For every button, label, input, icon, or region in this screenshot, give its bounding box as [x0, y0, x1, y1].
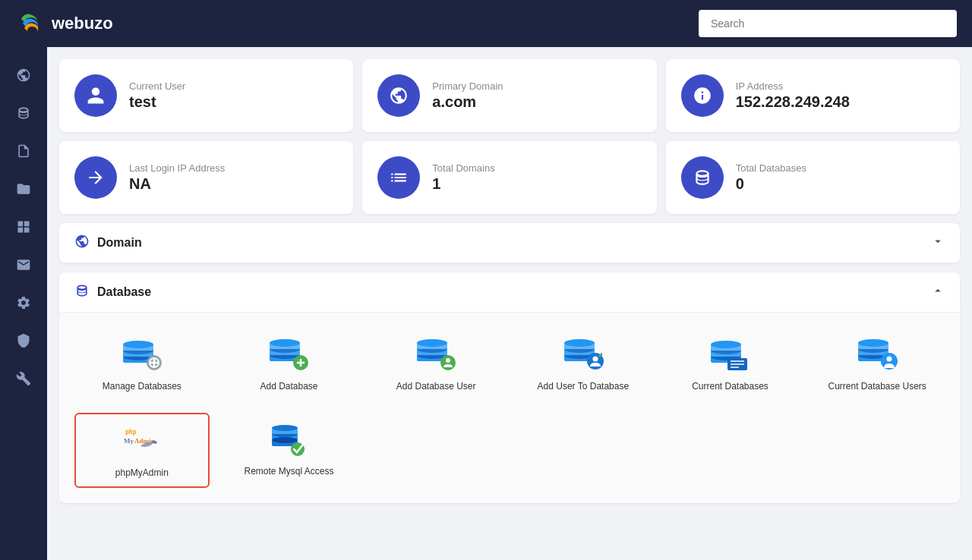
webuzo-logo-icon	[15, 8, 46, 39]
add-user-to-database-label: Add User To Database	[538, 381, 630, 393]
info-cards-row1: Current User test Primary Domain a.com	[59, 59, 960, 132]
domain-section-title: Domain	[97, 236, 142, 250]
card-value-totaldomains: 1	[432, 175, 494, 193]
db-item-manage-databases[interactable]: Manage Databases	[74, 328, 210, 401]
sidebar-item-database[interactable]	[8, 97, 39, 129]
domain-section-header[interactable]: Domain	[59, 223, 960, 263]
sidebar-item-folder[interactable]	[8, 173, 39, 205]
topbar: webuzo	[0, 0, 972, 47]
card-label-domain: Primary Domain	[432, 80, 503, 92]
card-current-user: Current User test	[59, 59, 353, 132]
database-items-row2: php My Admin phpMyAdmin	[74, 413, 945, 489]
remote-mysql-label: Remote Mysql Access	[244, 466, 333, 478]
card-label-lastlogin: Last Login IP Address	[129, 162, 225, 174]
database-section: Database	[59, 272, 960, 503]
card-text-user: Current User test	[129, 80, 185, 111]
sidebar-item-mail[interactable]	[8, 249, 39, 281]
database-section-body: Manage Databases	[59, 313, 960, 503]
database-section-title: Database	[97, 285, 151, 299]
card-ip-address: IP Address 152.228.249.248	[666, 59, 960, 132]
card-last-login: Last Login IP Address NA	[59, 141, 353, 214]
card-text-totaldomains: Total Domains 1	[432, 162, 494, 193]
sidebar-item-shield[interactable]	[8, 325, 39, 357]
domain-section: Domain	[59, 223, 960, 263]
current-database-users-icon	[854, 335, 900, 373]
current-databases-label: Current Databases	[692, 381, 768, 393]
phpmyadmin-label: phpMyAdmin	[115, 467, 169, 480]
card-value-totaldbs: 0	[736, 175, 806, 193]
svg-text:My: My	[124, 437, 134, 445]
sidebar-item-file[interactable]	[8, 135, 39, 167]
add-user-to-database-icon	[560, 335, 606, 373]
current-databases-icon	[707, 335, 753, 373]
card-primary-domain: Primary Domain a.com	[362, 59, 656, 132]
card-label-user: Current User	[129, 80, 185, 92]
sidebar-item-settings[interactable]	[8, 287, 39, 319]
svg-point-58	[272, 437, 298, 443]
card-value-user: test	[129, 93, 185, 111]
svg-point-29	[564, 339, 595, 347]
search-input[interactable]	[699, 10, 957, 37]
card-value-domain: a.com	[432, 93, 503, 111]
db-item-remote-mysql[interactable]: Remote Mysql Access	[222, 413, 357, 489]
sidebar-item-globe[interactable]	[8, 59, 39, 91]
svg-point-59	[291, 442, 305, 456]
db-item-phpmyadmin[interactable]: php My Admin phpMyAdmin	[74, 413, 210, 489]
card-label-totaldbs: Total Databases	[736, 162, 806, 174]
db-item-current-databases[interactable]: Current Databases	[663, 328, 798, 401]
svg-point-56	[272, 425, 298, 431]
card-total-databases: Total Databases 0	[666, 141, 960, 214]
sidebar	[0, 47, 47, 560]
domain-globe-icon	[74, 234, 90, 252]
database-chevron-icon	[931, 284, 945, 300]
db-card-icon	[681, 156, 724, 199]
database-header-left: Database	[74, 283, 151, 301]
info-cards-row2: Last Login IP Address NA Total Domains 1	[59, 141, 960, 214]
globe-card-icon	[377, 74, 420, 117]
card-label-totaldomains: Total Domains	[432, 162, 494, 174]
remote-mysql-icon	[266, 420, 311, 458]
logo-text: webuzo	[52, 14, 113, 33]
user-card-icon	[74, 74, 117, 117]
svg-text:php: php	[125, 429, 137, 436]
svg-point-21	[417, 339, 447, 347]
card-value-lastlogin: NA	[129, 175, 225, 193]
db-item-add-database[interactable]: Add Database	[222, 328, 357, 401]
logo-area: webuzo	[15, 8, 686, 39]
db-item-current-database-users[interactable]: Current Database Users	[809, 328, 945, 401]
domain-chevron-icon	[931, 234, 945, 251]
svg-point-49	[887, 357, 892, 362]
domain-header-left: Domain	[74, 234, 142, 252]
manage-databases-label: Manage Databases	[103, 381, 181, 393]
svg-point-37	[711, 341, 741, 348]
svg-point-47	[858, 339, 888, 347]
card-text-domain: Primary Domain a.com	[432, 80, 503, 111]
sidebar-item-wrench[interactable]	[8, 363, 39, 395]
database-items-row1: Manage Databases	[74, 328, 945, 401]
db-item-add-user-to-database[interactable]: Add User To Database	[516, 328, 651, 401]
database-section-header[interactable]: Database	[59, 272, 960, 313]
add-database-label: Add Database	[260, 381, 317, 393]
card-text-totaldbs: Total Databases 0	[736, 162, 806, 193]
arrow-card-icon	[74, 156, 117, 199]
phpmyadmin-icon: php My Admin	[119, 422, 165, 460]
add-database-icon	[266, 335, 311, 373]
svg-point-23	[446, 358, 450, 363]
svg-point-31	[592, 357, 598, 362]
main-layout: Current User test Primary Domain a.com	[0, 47, 972, 560]
database-section-icon	[74, 283, 90, 301]
card-text-lastlogin: Last Login IP Address NA	[129, 162, 225, 193]
svg-point-6	[123, 341, 153, 348]
card-value-ip: 152.228.249.248	[736, 93, 850, 111]
info-card-icon	[681, 74, 724, 117]
svg-point-14	[270, 339, 300, 347]
sidebar-item-grid[interactable]	[8, 211, 39, 243]
current-database-users-label: Current Database Users	[828, 381, 926, 393]
db-item-add-database-user[interactable]: Add Database User	[368, 328, 503, 401]
list-card-icon	[377, 156, 420, 199]
content-area: Current User test Primary Domain a.com	[47, 47, 972, 560]
add-database-user-icon	[413, 335, 459, 373]
manage-databases-icon	[119, 335, 165, 373]
add-database-user-label: Add Database User	[396, 381, 476, 393]
card-total-domains: Total Domains 1	[362, 141, 656, 214]
